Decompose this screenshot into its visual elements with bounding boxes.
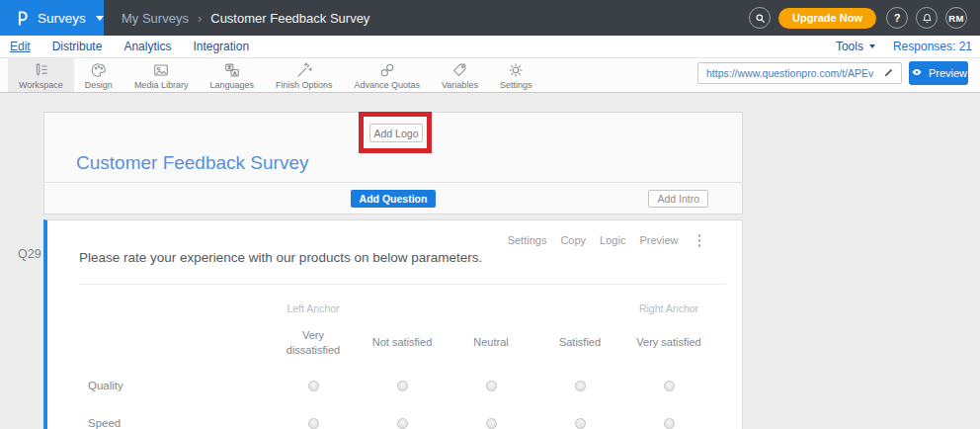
matrix-row-speed: Speed	[47, 408, 742, 429]
radio-speed-very-satisfied[interactable]	[664, 418, 675, 429]
matrix-row-quality: Quality	[47, 371, 742, 400]
responses-count[interactable]: Responses: 21	[893, 40, 972, 53]
scale-header-row: Very dissatisfied Not satisfied Neutral …	[47, 323, 742, 363]
palette-icon	[90, 61, 108, 79]
survey-card-footer: Add Question Add Intro	[44, 182, 742, 214]
gear-icon	[507, 61, 525, 79]
question-menu-button[interactable]	[696, 232, 703, 249]
chevron-down-icon	[96, 16, 104, 21]
radio-quality-very-dissatisfied[interactable]	[308, 381, 319, 391]
question-action-preview[interactable]: Preview	[639, 234, 678, 246]
tab-distribute[interactable]: Distribute	[52, 40, 103, 53]
edit-url-button[interactable]	[877, 63, 901, 83]
survey-url-box	[697, 62, 902, 84]
search-button[interactable]	[749, 7, 771, 29]
toolbar-item-advance-quotas[interactable]: Advance Quotas	[343, 58, 431, 92]
scale-header-neutral: Neutral	[447, 335, 535, 350]
question-actions: Settings Copy Logic Preview	[508, 232, 702, 249]
product-label: Surveys	[38, 11, 86, 26]
anchor-row: Left Anchor Right Anchor	[47, 300, 742, 317]
notifications-button[interactable]	[916, 7, 938, 29]
toolbar-item-design[interactable]: Design	[74, 58, 123, 92]
survey-header-card: Add Logo Customer Feedback Survey Add Qu…	[43, 112, 743, 214]
toolbar-item-media-library[interactable]: Media Library	[123, 58, 200, 92]
scale-header-very-dissatisfied: Very dissatisfied	[269, 328, 358, 359]
right-anchor-label: Right Anchor	[624, 302, 713, 314]
add-question-button[interactable]: Add Question	[351, 190, 437, 208]
workspace-icon	[32, 61, 49, 79]
radio-speed-not-satisfied[interactable]	[397, 418, 408, 429]
question-text[interactable]: Please rate your experience with our pro…	[79, 250, 482, 265]
scale-header-satisfied: Satisfied	[535, 335, 624, 350]
row-label-speed: Speed	[88, 417, 269, 429]
question-divider	[79, 284, 726, 285]
tab-edit[interactable]: Edit	[10, 40, 31, 53]
tag-icon	[450, 61, 468, 79]
breadcrumb-current: Customer Feedback Survey	[210, 11, 369, 26]
surveys-menu[interactable]: Surveys	[0, 0, 104, 36]
bell-icon	[921, 12, 934, 25]
radio-speed-neutral[interactable]	[486, 418, 497, 429]
help-button[interactable]: ?	[886, 7, 908, 29]
toolbar-item-variables[interactable]: Variables	[431, 58, 489, 92]
image-icon	[152, 61, 170, 79]
question-action-copy[interactable]: Copy	[560, 234, 586, 246]
translate-icon	[223, 61, 241, 79]
avatar[interactable]: RM	[945, 7, 967, 29]
question-number: Q29	[18, 247, 41, 261]
tab-analytics[interactable]: Analytics	[123, 40, 171, 53]
question-card: Settings Copy Logic Preview Please rate …	[43, 219, 743, 429]
upgrade-now-button[interactable]: Upgrade Now	[778, 8, 876, 29]
toolbar-item-workspace[interactable]: Workspace	[8, 58, 74, 92]
radio-speed-satisfied[interactable]	[575, 418, 586, 429]
scale-header-not-satisfied: Not satisfied	[358, 335, 447, 350]
matrix-table: Left Anchor Right Anchor Very dissatisfi…	[47, 298, 742, 429]
breadcrumb: My Surveys › Customer Feedback Survey	[122, 11, 369, 26]
chevron-down-icon	[869, 44, 875, 48]
magic-wand-icon	[295, 61, 313, 79]
topbar-actions: Upgrade Now ? RM	[749, 7, 980, 29]
add-intro-button[interactable]: Add Intro	[648, 190, 708, 208]
radio-quality-very-satisfied[interactable]	[664, 381, 675, 391]
nav-right: Tools Responses: 21	[836, 40, 980, 53]
add-logo-button[interactable]: Add Logo	[369, 124, 423, 142]
tools-menu[interactable]: Tools	[836, 40, 875, 53]
breadcrumb-separator: ›	[198, 11, 202, 26]
toolbar-item-languages[interactable]: Languages	[199, 58, 265, 92]
row-label-quality: Quality	[88, 380, 269, 391]
questionpro-logo-icon	[15, 8, 30, 28]
topbar: Surveys My Surveys › Customer Feedback S…	[0, 0, 980, 36]
radio-quality-not-satisfied[interactable]	[397, 381, 408, 391]
toolbar-item-settings[interactable]: Settings	[489, 58, 543, 92]
radio-speed-very-dissatisfied[interactable]	[308, 418, 319, 429]
radio-quality-satisfied[interactable]	[575, 381, 586, 391]
search-icon	[754, 12, 767, 25]
breadcrumb-parent[interactable]: My Surveys	[122, 11, 189, 26]
radio-quality-neutral[interactable]	[486, 381, 497, 391]
preview-button[interactable]: Preview	[909, 61, 968, 85]
chain-link-icon	[378, 61, 396, 79]
nav-tabs-row: Edit Distribute Analytics Integration To…	[0, 36, 980, 57]
left-anchor-label: Left Anchor	[269, 302, 358, 314]
tab-integration[interactable]: Integration	[193, 40, 249, 53]
scale-header-very-satisfied: Very satisfied	[624, 335, 713, 350]
toolbar-item-finish-options[interactable]: Finish Options	[265, 58, 344, 92]
pencil-icon	[883, 64, 896, 82]
question-action-settings[interactable]: Settings	[508, 234, 547, 246]
question-action-logic[interactable]: Logic	[600, 234, 625, 246]
eye-icon	[910, 66, 924, 80]
survey-url-input[interactable]	[698, 67, 877, 79]
survey-title[interactable]: Customer Feedback Survey	[76, 152, 309, 174]
